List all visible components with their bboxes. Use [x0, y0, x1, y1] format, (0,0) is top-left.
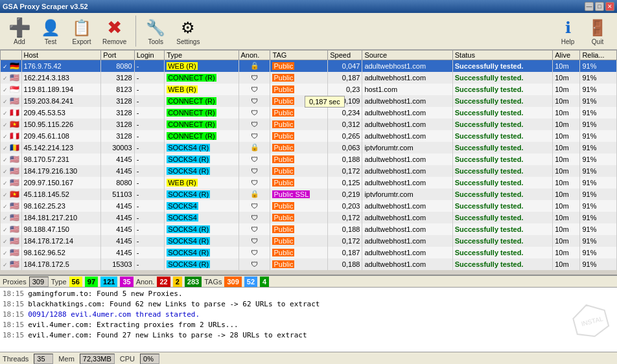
row-check-icon: ✓	[3, 63, 8, 70]
anon-cell: 🔒	[239, 142, 270, 154]
table-row[interactable]: ✓ 🇵🇪 209.45.61.108 3128 - CONNECT (R) 🛡 …	[1, 130, 617, 142]
login-cell: -	[134, 258, 164, 270]
quit-button[interactable]: 🚪 Quit	[583, 16, 612, 47]
flag-icon: 🇺🇸	[10, 166, 19, 176]
log-text: gamingforum.to: Found 5 new Proxies.	[28, 289, 182, 299]
type-121: 121	[100, 277, 117, 287]
row-check-icon: ✓	[3, 110, 8, 117]
proxy-table-area[interactable]: Host Port Login Type Anon. TAG Speed Sou…	[0, 50, 617, 275]
log-text: evil.4umer.com: Extracting proxies from …	[28, 320, 239, 330]
table-row[interactable]: ✓ 🇺🇸 98.162.25.23 4145 - SOCKS4 🛡 Public…	[1, 200, 617, 212]
table-row[interactable]: ✓ 🇺🇸 184.179.216.130 4145 - SOCKS4 (R) 🛡…	[1, 165, 617, 177]
login-cell: -	[134, 188, 164, 200]
login-cell: -	[134, 130, 164, 142]
add-button[interactable]: ➕ Add	[5, 16, 34, 47]
speed-cell: 0,203	[328, 200, 362, 212]
table-row[interactable]: ✓ 🇺🇸 98.162.96.52 4145 - SOCKS4 (R) 🛡 Pu…	[1, 247, 617, 258]
tag-cell: Public	[270, 200, 328, 212]
status-cell: Successfully tested.	[452, 212, 552, 223]
source-cell: adultwebhost1.com	[362, 200, 452, 212]
log-line: 18:15 gamingforum.to: Found 5 new Proxie…	[3, 289, 614, 299]
anon-cell: 🛡	[239, 119, 270, 130]
relia-cell: 91%	[580, 107, 617, 119]
table-row[interactable]: ✓ 🇵🇪 209.45.53.53 3128 - CONNECT (R) 🛡 P…	[1, 107, 617, 119]
source-cell: adultwebhost1.com	[362, 154, 452, 165]
port-cell: 8080	[101, 60, 134, 72]
type-cell: SOCKS4 (R)	[165, 188, 239, 200]
col-host[interactable]: Host	[21, 51, 101, 60]
source-cell: adultwebhost1.com	[362, 72, 452, 84]
table-row[interactable]: ✓ 🇺🇸 209.97.150.167 8080 - WEB (R) 🛡 Pub…	[1, 177, 617, 188]
alive-cell: 10m	[553, 130, 580, 142]
row-check-icon: ✓	[3, 250, 8, 256]
type-56: 56	[69, 277, 82, 287]
source-cell: adultwebhost1.com	[362, 165, 452, 177]
row-icon-cell: ✓ 🇺🇸	[1, 165, 22, 177]
flag-icon: 🇺🇸	[10, 97, 19, 106]
table-row[interactable]: ✓ 🇻🇳 150.95.115.226 3128 - CONNECT (R) 🛡…	[1, 119, 617, 130]
status-cell: Successfully tested.	[452, 223, 552, 235]
table-row[interactable]: ✓ 🇸🇬 119.81.189.194 8123 - WEB (R) 🛡 Pub…	[1, 84, 617, 95]
anon-cell: 🛡	[239, 95, 270, 107]
alive-cell: 10m	[553, 247, 580, 258]
export-button[interactable]: 📋 Export	[67, 16, 96, 47]
tools-button[interactable]: 🔧 Tools	[141, 16, 170, 47]
row-icon-cell: ✓ 🇵🇪	[1, 130, 22, 142]
table-row[interactable]: ✓ 🇩🇪 176.9.75.42 8080 - WEB (R) 🔒 Public…	[1, 60, 617, 72]
alive-cell: 10m	[553, 107, 580, 119]
speed-cell: 0,188	[328, 154, 362, 165]
relia-cell: 91%	[580, 200, 617, 212]
table-row[interactable]: ✓ 🇺🇸 98.188.47.150 4145 - SOCKS4 (R) 🛡 P…	[1, 223, 617, 235]
close-button[interactable]: ✕	[605, 2, 614, 11]
flag-icon: 🇩🇪	[10, 62, 19, 71]
row-icon-cell: ✓ 🇩🇪	[1, 60, 22, 72]
settings-button[interactable]: ⚙ Settings	[172, 16, 204, 47]
col-anon[interactable]: Anon.	[239, 51, 270, 60]
alive-cell: 10m	[553, 119, 580, 130]
port-cell: 3128	[101, 107, 134, 119]
col-status[interactable]: Status	[452, 51, 552, 60]
type-35: 35	[120, 277, 133, 287]
tag-cell: Public	[270, 130, 328, 142]
remove-button[interactable]: ✖ Remove	[99, 16, 130, 47]
col-relia[interactable]: Relia...	[580, 51, 617, 60]
proxy-table: Host Port Login Type Anon. TAG Speed Sou…	[0, 50, 617, 270]
host-cell: 184.179.216.130	[21, 165, 101, 177]
bottom-statusbar: Threads 35 Mem 72,33MB CPU 0%	[0, 352, 617, 364]
table-row[interactable]: ✓ 🇻🇳 45.118.145.52 51103 - SOCKS4 (R) 🔒 …	[1, 188, 617, 200]
relia-cell: 91%	[580, 119, 617, 130]
port-cell: 4145	[101, 235, 134, 247]
maximize-button[interactable]: □	[595, 2, 604, 11]
speed-cell: 0,125	[328, 177, 362, 188]
tag-cell: Public	[270, 247, 328, 258]
anon-cell: 🛡	[239, 154, 270, 165]
col-port[interactable]: Port	[101, 51, 134, 60]
table-row[interactable]: ✓ 🇺🇸 184.181.217.210 4145 - SOCKS4 🛡 Pub…	[1, 212, 617, 223]
tag-cell: Public	[270, 165, 328, 177]
table-row[interactable]: ✓ 🇺🇸 184.178.172.14 4145 - SOCKS4 (R) 🛡 …	[1, 235, 617, 247]
minimize-button[interactable]: —	[585, 2, 594, 11]
table-row[interactable]: ✓ 🇷🇴 45.142.214.123 30003 - SOCKS4 (R) 🔒…	[1, 142, 617, 154]
source-cell: adultwebhost1.com	[362, 212, 452, 223]
col-source[interactable]: Source	[362, 51, 452, 60]
col-tag[interactable]: TAG	[270, 51, 328, 60]
table-row[interactable]: ✓ 🇺🇸 98.170.57.231 4145 - SOCKS4 (R) 🛡 P…	[1, 154, 617, 165]
flag-icon: 🇻🇳	[10, 120, 19, 129]
table-row[interactable]: ✓ 🇺🇸 184.178.172.5 15303 - SOCKS4 (R) 🛡 …	[1, 258, 617, 270]
help-button[interactable]: ℹ Help	[553, 16, 582, 47]
test-button[interactable]: 👤 Test	[36, 16, 65, 47]
col-speed[interactable]: Speed	[328, 51, 362, 60]
row-check-icon: ✓	[3, 238, 8, 245]
host-cell: 184.178.172.5	[21, 258, 101, 270]
status-cell: Successfully tested.	[452, 177, 552, 188]
log-time: 18:15	[3, 310, 24, 320]
col-alive[interactable]: Alive	[553, 51, 580, 60]
col-login[interactable]: Login	[134, 51, 164, 60]
col-type[interactable]: Type	[165, 51, 239, 60]
tag-cell: Public	[270, 212, 328, 223]
table-row[interactable]: ✓ 🇺🇸 162.214.3.183 3128 - CONNECT (R) 🛡 …	[1, 72, 617, 84]
host-cell: 119.81.189.194	[21, 84, 101, 95]
relia-cell: 91%	[580, 72, 617, 84]
host-cell: 45.118.145.52	[21, 188, 101, 200]
login-cell: -	[134, 84, 164, 95]
